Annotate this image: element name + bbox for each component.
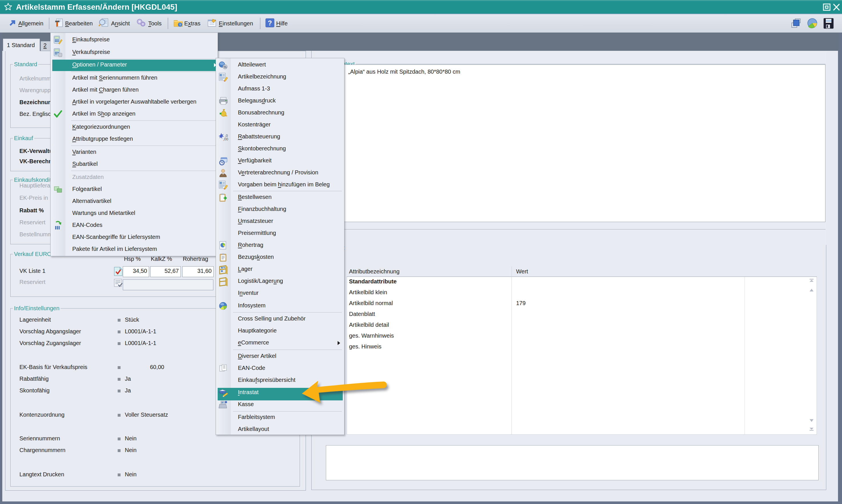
svg-text:%: %	[224, 65, 227, 69]
svg-text:?: ?	[179, 23, 181, 27]
svg-text:?: ?	[268, 19, 272, 27]
svg-text:,00: ,00	[223, 137, 228, 141]
